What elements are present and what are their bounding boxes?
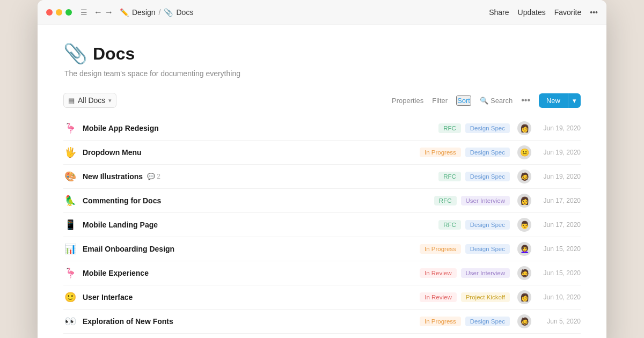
type-badge: User Interview [461,196,510,205]
type-badge: Design Spec [465,123,510,133]
doc-row[interactable]: 👀 Exploration of New Fonts In Progress D… [63,310,581,334]
doc-list: 🦩 Mobile App Redesign RFC Design Spec 👩 … [63,116,581,334]
doc-emoji: 📱 [63,219,77,231]
sort-button[interactable]: Sort [456,95,471,106]
search-button[interactable]: 🔍 Search [480,97,513,105]
doc-row[interactable]: 🙂 User Interface In Review Project Kicko… [63,285,581,310]
doc-row[interactable]: 📊 Email Onboarding Design In Progress De… [63,237,581,261]
type-badge: Design Spec [465,172,510,181]
doc-tags: RFC Design Spec [438,123,510,133]
status-badge: In Progress [420,148,461,157]
status-badge: In Review [420,292,457,302]
menu-icon[interactable]: ☰ [80,8,87,17]
status-badge: RFC [438,220,461,230]
type-badge: Design Spec [465,317,510,326]
doc-name: Commenting for Docs [83,196,434,205]
new-button-label: New [539,93,568,108]
doc-tags: In Review User Interview [420,268,510,278]
doc-emoji: 🦜 [63,195,77,207]
breadcrumb-icon-design: ✏️ [120,8,129,17]
share-button[interactable]: Share [489,8,509,17]
type-badge: Design Spec [465,148,510,157]
breadcrumb-icon-docs: 📎 [164,8,173,17]
doc-emoji: 🦩 [63,267,77,279]
doc-row[interactable]: 🦜 Commenting for Docs RFC User Interview… [63,189,581,213]
status-badge: In Progress [420,244,461,254]
breadcrumb-docs[interactable]: Docs [176,8,193,17]
page-icon: 📎 [63,42,87,65]
page-title: Docs [93,44,135,64]
doc-row[interactable]: 🦩 Mobile Experience In Review User Inter… [63,261,581,285]
back-button[interactable]: ← [94,8,103,17]
minimize-button[interactable] [56,9,62,16]
status-badge: RFC [438,172,461,181]
doc-row[interactable]: 🖐️ Dropdown Menu In Progress Design Spec… [63,141,581,165]
forward-button[interactable]: → [105,8,113,17]
doc-name: Mobile Experience [83,269,420,277]
page-subtitle: The design team's space for documenting … [64,69,581,78]
type-badge: Design Spec [465,244,510,254]
view-label: All Docs [78,96,105,105]
toolbar-more-icon[interactable]: ••• [521,95,530,105]
doc-tags: In Progress Design Spec [420,148,510,157]
doc-emoji: 🖐️ [63,146,77,158]
avatar: 👩 [517,290,531,304]
comment-badge: 💬 2 [147,173,160,180]
new-button-chevron-icon[interactable]: ▾ [568,93,581,108]
avatar: 🧔 [517,266,531,280]
view-selector[interactable]: ▤ All Docs ▾ [63,93,116,108]
chevron-down-icon: ▾ [108,97,112,104]
doc-emoji: 📊 [63,243,77,255]
doc-tags: RFC User Interview [434,196,510,205]
toolbar: ▤ All Docs ▾ Properties Filter Sort 🔍 Se… [63,93,581,108]
close-button[interactable] [46,9,53,16]
doc-name: Mobile Landing Page [83,221,438,229]
doc-date: Jun 19, 2020 [538,173,581,180]
favorite-button[interactable]: Favorite [554,8,582,17]
doc-name: Mobile App Redesign [83,124,438,133]
doc-row[interactable]: 📱 Mobile Landing Page RFC Design Spec 👨 … [63,213,581,237]
avatar: 👩 [517,194,531,208]
search-label: Search [491,97,513,105]
doc-tags: RFC Design Spec [438,172,510,181]
status-badge: In Progress [420,317,461,326]
type-badge: Project Kickoff [461,292,510,302]
doc-emoji: 🙂 [63,291,77,303]
updates-button[interactable]: Updates [518,8,546,17]
doc-row[interactable]: 🎨 New Illustrations💬 2 RFC Design Spec 🧔… [63,165,581,189]
avatar: 👨 [517,218,531,232]
doc-emoji: 🎨 [63,171,77,182]
doc-date: Jun 15, 2020 [538,269,581,277]
doc-date: Jun 19, 2020 [538,124,581,132]
doc-name: New Illustrations💬 2 [83,172,438,181]
doc-tags: In Progress Design Spec [420,317,510,326]
search-icon: 🔍 [480,97,488,105]
view-icon: ▤ [68,97,75,105]
status-badge: In Review [420,268,457,278]
breadcrumb-separator: / [159,8,161,17]
breadcrumb: ✏️ Design / 📎 Docs [120,8,193,17]
avatar: 👩‍🦱 [517,242,531,256]
doc-name: Email Onboarding Design [83,245,420,253]
status-badge: RFC [438,123,461,133]
new-button[interactable]: New ▾ [539,93,581,108]
filter-button[interactable]: Filter [432,97,448,105]
properties-button[interactable]: Properties [392,97,423,105]
doc-emoji: 🦩 [63,122,77,134]
nav-arrows: ← → [94,8,113,17]
doc-tags: RFC Design Spec [438,220,510,230]
type-badge: User Interview [461,268,510,278]
doc-date: Jun 5, 2020 [538,318,581,325]
toolbar-right: Properties Filter Sort 🔍 Search ••• New … [392,93,581,108]
page-header: 📎 Docs The design team's space for docum… [63,42,581,78]
titlebar-actions: Share Updates Favorite ••• [489,8,598,17]
avatar: 🧔 [517,170,531,183]
maximize-button[interactable] [65,9,72,16]
more-icon[interactable]: ••• [590,8,598,17]
avatar: 🧔 [517,314,531,328]
breadcrumb-design[interactable]: Design [132,8,156,17]
doc-date: Jun 17, 2020 [538,197,581,204]
doc-tags: In Progress Design Spec [420,244,510,254]
app-window: ☰ ← → ✏️ Design / 📎 Docs Share Updates F… [38,0,606,338]
doc-row[interactable]: 🦩 Mobile App Redesign RFC Design Spec 👩 … [63,116,581,141]
